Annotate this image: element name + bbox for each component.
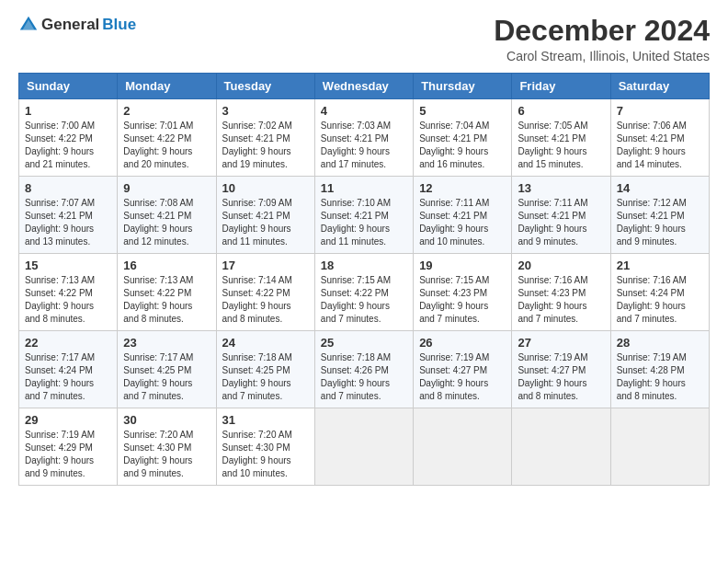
sunrise: Sunrise: 7:07 AM	[25, 198, 95, 208]
day-number: 19	[419, 259, 506, 272]
month-title: December 2024	[494, 15, 710, 47]
sunrise: Sunrise: 7:08 AM	[123, 198, 193, 208]
sunrise: Sunrise: 7:06 AM	[617, 121, 687, 131]
logo-general: General	[41, 16, 99, 34]
daylight: Daylight: 9 hours and 7 minutes.	[25, 378, 94, 401]
sunset: Sunset: 4:25 PM	[222, 365, 290, 375]
table-row	[414, 408, 512, 486]
sunset: Sunset: 4:21 PM	[25, 211, 93, 221]
sunset: Sunset: 4:21 PM	[617, 133, 685, 144]
sunrise: Sunrise: 7:19 AM	[617, 352, 687, 362]
table-row: 9Sunrise: 7:08 AMSunset: 4:21 PMDaylight…	[118, 177, 216, 254]
daylight: Daylight: 9 hours and 11 minutes.	[222, 224, 291, 247]
col-wednesday: Wednesday	[314, 74, 413, 99]
sunrise: Sunrise: 7:18 AM	[321, 352, 391, 362]
sunset: Sunset: 4:25 PM	[123, 365, 191, 375]
col-saturday: Saturday	[610, 74, 709, 99]
sunset: Sunset: 4:22 PM	[321, 288, 389, 298]
daylight: Daylight: 9 hours and 11 minutes.	[321, 224, 390, 247]
day-number: 16	[123, 259, 210, 272]
day-number: 4	[321, 104, 407, 118]
sunset: Sunset: 4:21 PM	[321, 133, 389, 144]
table-row: 3Sunrise: 7:02 AMSunset: 4:21 PMDaylight…	[216, 99, 314, 177]
daylight: Daylight: 9 hours and 21 minutes.	[25, 146, 94, 169]
table-row	[610, 408, 709, 486]
table-row: 31Sunrise: 7:20 AMSunset: 4:30 PMDayligh…	[216, 408, 314, 486]
sunset: Sunset: 4:21 PM	[617, 211, 685, 221]
sunrise: Sunrise: 7:11 AM	[518, 198, 587, 208]
day-number: 9	[123, 181, 210, 195]
day-number: 24	[222, 336, 309, 350]
logo-area: GeneralBlue	[18, 15, 136, 35]
sunrise: Sunrise: 7:16 AM	[617, 275, 687, 285]
daylight: Daylight: 9 hours and 19 minutes.	[222, 146, 291, 169]
sunset: Sunset: 4:26 PM	[321, 365, 389, 375]
calendar-week-row: 15Sunrise: 7:13 AMSunset: 4:22 PMDayligh…	[19, 254, 710, 331]
table-row: 14Sunrise: 7:12 AMSunset: 4:21 PMDayligh…	[610, 177, 709, 254]
daylight: Daylight: 9 hours and 9 minutes.	[123, 455, 192, 478]
sunrise: Sunrise: 7:17 AM	[25, 352, 95, 362]
sunrise: Sunrise: 7:13 AM	[25, 275, 95, 285]
day-number: 3	[222, 104, 309, 118]
location: Carol Stream, Illinois, United States	[494, 49, 710, 63]
table-row: 28Sunrise: 7:19 AMSunset: 4:28 PMDayligh…	[610, 331, 709, 408]
day-number: 6	[518, 104, 604, 118]
sunrise: Sunrise: 7:10 AM	[321, 198, 391, 208]
calendar-week-row: 29Sunrise: 7:19 AMSunset: 4:29 PMDayligh…	[19, 408, 710, 486]
table-row: 11Sunrise: 7:10 AMSunset: 4:21 PMDayligh…	[314, 177, 413, 254]
sunset: Sunset: 4:24 PM	[25, 365, 93, 375]
day-number: 13	[518, 181, 604, 195]
day-number: 11	[321, 181, 407, 195]
sunset: Sunset: 4:21 PM	[518, 211, 586, 221]
table-row: 20Sunrise: 7:16 AMSunset: 4:23 PMDayligh…	[512, 254, 610, 331]
table-row: 18Sunrise: 7:15 AMSunset: 4:22 PMDayligh…	[314, 254, 413, 331]
table-row: 12Sunrise: 7:11 AMSunset: 4:21 PMDayligh…	[414, 177, 512, 254]
day-number: 2	[123, 104, 210, 118]
col-friday: Friday	[512, 74, 610, 99]
sunset: Sunset: 4:21 PM	[222, 211, 290, 221]
daylight: Daylight: 9 hours and 9 minutes.	[25, 455, 94, 478]
daylight: Daylight: 9 hours and 7 minutes.	[222, 378, 291, 401]
day-number: 30	[123, 413, 210, 427]
day-number: 5	[419, 104, 506, 118]
sunrise: Sunrise: 7:19 AM	[419, 352, 489, 362]
daylight: Daylight: 9 hours and 16 minutes.	[419, 146, 488, 169]
sunset: Sunset: 4:28 PM	[617, 365, 685, 375]
col-thursday: Thursday	[414, 74, 512, 99]
sunrise: Sunrise: 7:13 AM	[123, 275, 193, 285]
day-number: 18	[321, 259, 407, 272]
sunrise: Sunrise: 7:05 AM	[518, 121, 587, 131]
table-row: 30Sunrise: 7:20 AMSunset: 4:30 PMDayligh…	[118, 408, 216, 486]
table-row: 22Sunrise: 7:17 AMSunset: 4:24 PMDayligh…	[19, 331, 118, 408]
table-row: 15Sunrise: 7:13 AMSunset: 4:22 PMDayligh…	[19, 254, 118, 331]
sunrise: Sunrise: 7:19 AM	[518, 352, 587, 362]
col-monday: Monday	[118, 74, 216, 99]
page: GeneralBlue December 2024 Carol Stream, …	[0, 0, 728, 563]
daylight: Daylight: 9 hours and 10 minutes.	[419, 224, 488, 247]
sunrise: Sunrise: 7:16 AM	[518, 275, 587, 285]
sunrise: Sunrise: 7:20 AM	[123, 430, 193, 440]
day-number: 22	[25, 336, 111, 350]
daylight: Daylight: 9 hours and 7 minutes.	[123, 378, 192, 401]
calendar-week-row: 1Sunrise: 7:00 AMSunset: 4:22 PMDaylight…	[19, 99, 710, 177]
table-row: 29Sunrise: 7:19 AMSunset: 4:29 PMDayligh…	[19, 408, 118, 486]
table-row: 6Sunrise: 7:05 AMSunset: 4:21 PMDaylight…	[512, 99, 610, 177]
day-number: 8	[25, 181, 111, 195]
header: GeneralBlue December 2024 Carol Stream, …	[18, 15, 710, 63]
sunset: Sunset: 4:22 PM	[25, 133, 93, 144]
daylight: Daylight: 9 hours and 8 minutes.	[25, 301, 94, 324]
calendar-week-row: 22Sunrise: 7:17 AMSunset: 4:24 PMDayligh…	[19, 331, 710, 408]
daylight: Daylight: 9 hours and 9 minutes.	[617, 224, 686, 247]
day-number: 1	[25, 104, 111, 118]
table-row: 21Sunrise: 7:16 AMSunset: 4:24 PMDayligh…	[610, 254, 709, 331]
sunset: Sunset: 4:22 PM	[123, 288, 191, 298]
sunrise: Sunrise: 7:01 AM	[123, 121, 193, 131]
table-row: 19Sunrise: 7:15 AMSunset: 4:23 PMDayligh…	[414, 254, 512, 331]
sunset: Sunset: 4:21 PM	[419, 211, 487, 221]
sunset: Sunset: 4:22 PM	[123, 133, 191, 144]
daylight: Daylight: 9 hours and 7 minutes.	[321, 301, 390, 324]
logo: GeneralBlue	[18, 15, 136, 35]
table-row: 23Sunrise: 7:17 AMSunset: 4:25 PMDayligh…	[118, 331, 216, 408]
col-sunday: Sunday	[19, 74, 118, 99]
sunset: Sunset: 4:21 PM	[518, 133, 586, 144]
